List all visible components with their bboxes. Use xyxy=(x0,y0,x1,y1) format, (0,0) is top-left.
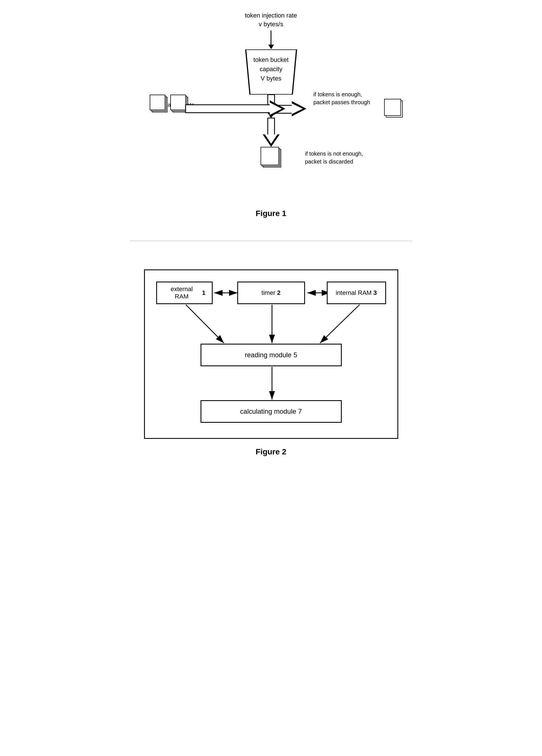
figure1-caption: Figure 1 xyxy=(256,209,286,218)
svg-marker-13 xyxy=(270,103,282,115)
separator xyxy=(130,241,412,241)
packets-discarded xyxy=(260,147,282,168)
figure1-diagram: token injection rate v bytes/s token buc… xyxy=(144,11,398,203)
svg-marker-4 xyxy=(265,106,277,115)
svg-rect-5 xyxy=(274,105,292,113)
timer-module: timer 2 xyxy=(237,282,305,304)
svg-line-18 xyxy=(186,305,224,343)
external-ram-box: external RAM 1 xyxy=(156,282,213,304)
svg-rect-11 xyxy=(186,105,270,113)
timer-box: timer 2 xyxy=(237,282,305,304)
svg-marker-7 xyxy=(292,103,303,114)
discard-label: if tokens is not enough, packet is disca… xyxy=(305,150,384,165)
figure1-container: token injection rate v bytes/s token buc… xyxy=(116,11,426,218)
arrow-line xyxy=(271,30,271,45)
external-ram-module: external RAM 1 xyxy=(156,282,213,304)
figure2-container: external RAM 1 timer 2 internal RAM 3 re… xyxy=(116,269,426,456)
page-container: token injection rate v bytes/s token buc… xyxy=(116,11,426,456)
packet-stack-2 xyxy=(170,95,189,113)
svg-marker-3 xyxy=(263,106,280,118)
figure2-diagram: external RAM 1 timer 2 internal RAM 3 re… xyxy=(144,269,398,439)
figure2-caption: Figure 2 xyxy=(256,447,286,456)
svg-rect-2 xyxy=(268,95,275,106)
calculating-module-box: calculating module 7 xyxy=(201,400,342,423)
pass-through-label: if tokens is enough, packet passes throu… xyxy=(314,90,393,106)
bucket-label: token bucket capacity V bytes xyxy=(253,55,289,83)
svg-line-20 xyxy=(320,305,360,343)
internal-ram-box: internal RAM 3 xyxy=(327,282,386,304)
injection-arrow xyxy=(268,30,274,49)
arrow-head xyxy=(268,45,274,49)
internal-ram-module: internal RAM 3 xyxy=(327,282,386,304)
packet-passed xyxy=(384,99,401,116)
packets-arriving xyxy=(150,95,189,113)
svg-marker-10 xyxy=(265,134,277,144)
token-injection-label: token injection rate v bytes/s xyxy=(245,11,297,29)
svg-rect-8 xyxy=(268,118,275,135)
packet-stack-1 xyxy=(150,95,168,113)
discarded-stack xyxy=(260,147,282,168)
packet xyxy=(170,95,186,110)
svg-marker-6 xyxy=(292,101,306,116)
reading-module-box: reading module 5 xyxy=(201,344,342,366)
svg-marker-12 xyxy=(270,100,285,117)
packet-discarded xyxy=(260,147,279,165)
packet xyxy=(150,95,165,110)
svg-marker-9 xyxy=(263,134,280,147)
